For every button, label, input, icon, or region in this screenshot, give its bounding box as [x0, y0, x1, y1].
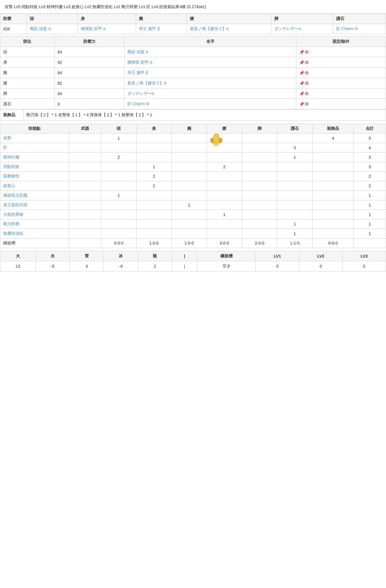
- minus-icon[interactable]: ⊖: [305, 91, 308, 96]
- charm-link[interactable]: 匠 Charm III: [336, 26, 358, 31]
- svg-point-1: [213, 134, 220, 139]
- col-body: 身: [78, 14, 136, 24]
- skill-arm: 1: [172, 200, 207, 210]
- skills-row: 昏厥耐性 2 2: [0, 172, 386, 181]
- skill-deco: [313, 210, 354, 219]
- part-item-link[interactable]: 匠 Charm III: [127, 101, 149, 106]
- skill-link[interactable]: 剛刃研磨: [3, 221, 19, 226]
- skill-deco: [313, 181, 354, 191]
- minus-icon[interactable]: ⊖: [305, 80, 308, 86]
- skill-leg: [242, 191, 277, 200]
- skills-row: 鑲嵌槽 3-0-0 1-0-0 1-0-0 3-0-0 2-0-0 1-1-0 …: [0, 238, 386, 248]
- skill-deco: [313, 143, 354, 153]
- part-name: 腰: [0, 78, 55, 88]
- skill-deco: 0-0-0: [313, 238, 354, 248]
- skill-link[interactable]: 炎王龍的武技: [3, 202, 27, 207]
- skill-deco: [313, 153, 354, 162]
- svg-point-6: [218, 138, 223, 144]
- part-item-link[interactable]: 帝王 腕甲 β: [127, 70, 148, 75]
- skill-body: [136, 219, 172, 229]
- part-item-link[interactable]: 燦輝龍 鎧甲 α: [127, 60, 152, 64]
- skill-name: 超會心: [0, 181, 69, 191]
- skill-link[interactable]: 滅盡龍之飢餓: [3, 193, 27, 197]
- skill-total: [354, 238, 386, 248]
- part-item-link[interactable]: ダンテレザーα: [127, 91, 154, 96]
- part-header-row: 部位 防禦力 名字 固定/除外: [0, 37, 386, 47]
- skill-total: 1: [354, 200, 386, 210]
- skill-total: 2: [354, 181, 386, 191]
- part-item-link[interactable]: 蒼星ノ将【腰当て】α: [127, 81, 166, 85]
- element-cell: |: [172, 261, 197, 271]
- summary-header-row: 防禦 頭 身 腕 腰 脚 護石: [0, 14, 386, 24]
- pin-icon[interactable]: 📌: [299, 50, 304, 54]
- skill-col-arm: 腕: [172, 124, 207, 134]
- skill-total: 1: [354, 219, 386, 229]
- skill-waist: [207, 181, 242, 191]
- element-cell: -9: [104, 261, 138, 271]
- part-fixed: 📌 ⊖: [296, 99, 386, 109]
- skill-name: 無屬性強化: [0, 229, 69, 238]
- skill-waist: [207, 191, 242, 200]
- skill-arm: [172, 229, 207, 238]
- skill-name: 滅盡龍之飢餓: [0, 191, 69, 200]
- part-item-name: 燦輝龍 鎧甲 α: [124, 57, 296, 68]
- pin-icon[interactable]: 📌: [299, 91, 304, 96]
- pin-icon[interactable]: 📌: [299, 71, 304, 75]
- body-link[interactable]: 燦輝龍 鎧甲 α: [81, 26, 106, 31]
- minus-icon[interactable]: ⊖: [305, 101, 308, 107]
- skill-leg: [242, 143, 277, 153]
- pin-icon[interactable]: 📌: [299, 81, 304, 86]
- skill-charm: [277, 200, 313, 210]
- part-name: 頭: [0, 47, 55, 57]
- part-col-name: 名字: [124, 37, 296, 47]
- waist-link[interactable]: 蒼星ノ将【腰当て】α: [190, 26, 229, 31]
- element-cell: 0: [343, 261, 386, 271]
- leg-link[interactable]: ダンテレザーα: [274, 26, 301, 31]
- skill-waist: [207, 219, 242, 229]
- skill-link[interactable]: 精神抖擻: [3, 155, 19, 159]
- element-cell: 4: [70, 261, 104, 271]
- skill-leg: [242, 172, 277, 181]
- part-item-link[interactable]: 戰紋 頭盔 α: [127, 49, 148, 54]
- skill-total: 1: [354, 229, 386, 238]
- minus-icon[interactable]: ⊖: [305, 49, 308, 55]
- waist-value: 蒼星ノ将【腰当て】α: [187, 24, 271, 34]
- skill-total: 1: [354, 191, 386, 200]
- skill-link[interactable]: 超會心: [3, 183, 15, 188]
- head-link[interactable]: 戰紋 頭盔 α: [30, 26, 51, 31]
- skill-link[interactable]: 弱點特效: [3, 164, 19, 169]
- skill-name: 精神抖擻: [0, 153, 69, 162]
- skill-link[interactable]: 無屬性強化: [3, 231, 23, 236]
- skill-link[interactable]: 昏厥耐性: [3, 174, 19, 178]
- skill-col-total: 合計: [354, 124, 386, 134]
- minus-icon[interactable]: ⊖: [305, 70, 308, 75]
- arm-link[interactable]: 帝王 腕甲 β: [139, 26, 160, 31]
- skills-header-row: 技能點 武器 頭 身 腕 腰 脚 護石 裝飾品 合計: [0, 124, 386, 134]
- summary-data-row: 426 戰紋 頭盔 α 燦輝龍 鎧甲 α 帝王 腕甲 β 蒼星ノ将【腰当て】α …: [0, 24, 386, 34]
- part-item-name: ダンテレザーα: [124, 88, 296, 99]
- skill-charm: 1: [277, 153, 313, 162]
- pin-icon[interactable]: 📌: [299, 102, 304, 106]
- pin-icon[interactable]: 📌: [299, 60, 304, 65]
- skill-body: [136, 143, 172, 153]
- part-row: 身 92 燦輝龍 鎧甲 α 📌 ⊖: [0, 57, 386, 68]
- skill-link[interactable]: 匠: [3, 145, 7, 150]
- skill-head: 1: [101, 134, 137, 143]
- element-cell: 13: [0, 261, 36, 271]
- skill-link[interactable]: 攻擊: [3, 136, 11, 140]
- skill-head: [101, 229, 137, 238]
- svg-point-3: [215, 135, 216, 136]
- skills-row: 匠 3 4: [0, 143, 386, 153]
- skill-head: [101, 219, 137, 229]
- element-cell: 2: [138, 261, 172, 271]
- elem-lv3: LV3: [343, 251, 386, 261]
- skill-body: 2: [136, 172, 172, 181]
- skill-link[interactable]: 火龍的奧秘: [3, 212, 23, 217]
- part-col-part: 部位: [0, 37, 55, 47]
- skill-deco: [313, 200, 354, 210]
- col-charm: 護石: [333, 14, 386, 24]
- minus-icon[interactable]: ⊖: [305, 60, 308, 65]
- skill-arm: [172, 219, 207, 229]
- skill-name: 弱點特效: [0, 162, 69, 172]
- skill-name: 鑲嵌槽: [0, 238, 69, 248]
